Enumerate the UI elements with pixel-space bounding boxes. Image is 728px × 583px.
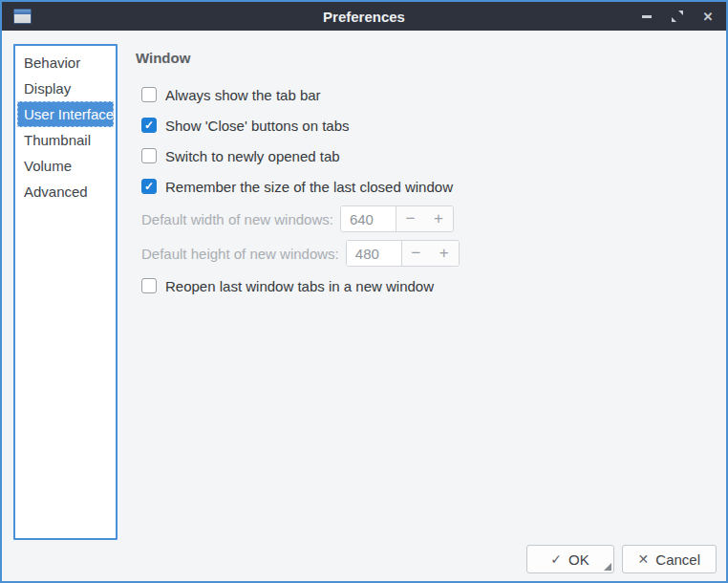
checkbox-show-close-buttons[interactable]: ✓ — [141, 118, 157, 133]
setting-row-default-width: Default width of new windows: 640 − + — [141, 205, 711, 232]
checkbox-remember-window-size[interactable]: ✓ — [141, 179, 157, 194]
titlebar: Preferences ✕ — [2, 2, 726, 31]
default-height-spinbox[interactable]: 480 − + — [346, 240, 460, 267]
section-title: Window — [136, 50, 711, 66]
spinner-label: Default height of new windows: — [141, 246, 339, 262]
settings-panel: Window Always show the tab bar ✓ Show 'C… — [136, 50, 711, 305]
checkbox-label[interactable]: Reopen last window tabs in a new window — [165, 278, 434, 294]
sidebar-item-thumbnail[interactable]: Thumbnail — [17, 127, 114, 153]
checkbox-label[interactable]: Show 'Close' buttons on tabs — [165, 118, 350, 134]
window-app-icon — [13, 9, 32, 24]
cancel-button-label: Cancel — [655, 551, 700, 568]
category-list: Behavior Display User Interface Thumbnai… — [13, 44, 118, 540]
checkbox-label[interactable]: Switch to newly opened tab — [165, 148, 340, 164]
ok-button[interactable]: ✓ OK — [526, 545, 614, 573]
default-width-spinbox[interactable]: 640 − + — [340, 205, 454, 232]
checkbox-label[interactable]: Always show the tab bar — [165, 87, 321, 103]
spinbox-increment-button[interactable]: + — [424, 206, 453, 231]
sidebar-item-advanced[interactable]: Advanced — [17, 179, 114, 205]
ok-check-icon: ✓ — [550, 551, 562, 567]
spinbox-value[interactable]: 640 — [341, 206, 396, 231]
sidebar-item-user-interface[interactable]: User Interface — [17, 101, 114, 127]
maximize-restore-icon — [671, 10, 684, 23]
sidebar-item-display[interactable]: Display — [17, 76, 114, 101]
setting-row-remember-window-size: ✓ Remember the size of the last closed w… — [141, 175, 711, 198]
minimize-icon — [642, 15, 652, 18]
sidebar-item-volume[interactable]: Volume — [17, 153, 114, 179]
minimize-button[interactable] — [638, 8, 655, 25]
dialog-buttons: ✓ OK ✕ Cancel — [526, 545, 717, 573]
check-icon: ✓ — [144, 181, 154, 192]
cancel-button[interactable]: ✕ Cancel — [622, 545, 717, 573]
checkbox-label[interactable]: Remember the size of the last closed win… — [165, 179, 453, 195]
setting-row-always-show-tab-bar: Always show the tab bar — [141, 83, 711, 106]
check-icon: ✓ — [144, 119, 154, 131]
spinbox-increment-button[interactable]: + — [430, 241, 459, 266]
sidebar-item-behavior[interactable]: Behavior — [17, 50, 114, 76]
setting-row-reopen-last-tabs: Reopen last window tabs in a new window — [141, 274, 711, 297]
checkbox-always-show-tab-bar[interactable] — [141, 87, 157, 102]
spinbox-decrement-button[interactable]: − — [401, 241, 430, 266]
checkbox-switch-to-new-tab[interactable] — [141, 148, 157, 163]
cancel-x-icon: ✕ — [638, 551, 650, 567]
maximize-button[interactable] — [669, 8, 686, 25]
spinner-label: Default width of new windows: — [141, 211, 333, 227]
close-button[interactable]: ✕ — [699, 8, 717, 25]
setting-row-default-height: Default height of new windows: 480 − + — [141, 240, 711, 267]
spinbox-decrement-button[interactable]: − — [396, 206, 424, 231]
setting-row-switch-to-new-tab: Switch to newly opened tab — [141, 144, 711, 167]
ok-button-label: OK — [568, 551, 589, 568]
preferences-window: Preferences ✕ Behavior Display User Inte… — [0, 0, 728, 583]
setting-row-show-close-buttons: ✓ Show 'Close' buttons on tabs — [141, 114, 711, 137]
spinbox-value[interactable]: 480 — [347, 241, 401, 266]
checkbox-reopen-last-tabs[interactable] — [141, 278, 157, 293]
window-title: Preferences — [2, 9, 726, 25]
